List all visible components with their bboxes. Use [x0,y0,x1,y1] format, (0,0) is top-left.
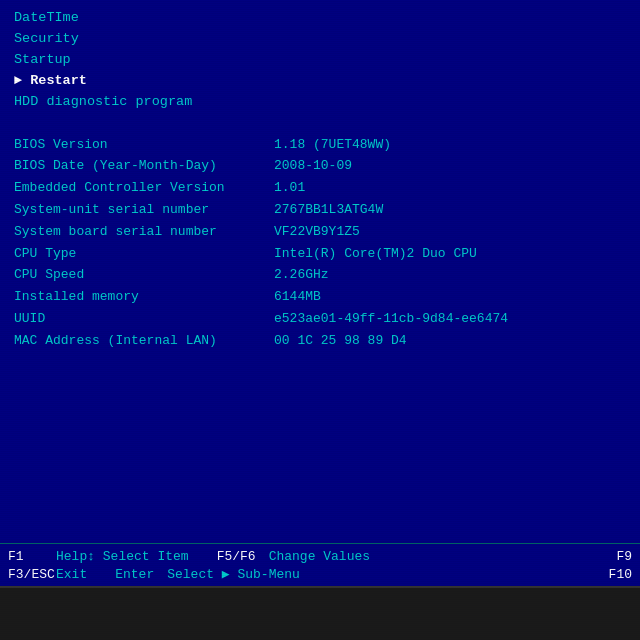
info-row-memory: Installed memory 6144MB [14,287,626,308]
info-row-uuid: UUID e523ae01-49ff-11cb-9d84-ee6474 [14,309,626,330]
menu-item-restart[interactable]: ► Restart [14,71,626,92]
desc-select: Select ▶ Sub-Menu [167,566,300,582]
info-row-bios-date: BIOS Date (Year-Month-Day) 2008-10-09 [14,156,626,177]
desc-change: Change Values [269,549,370,564]
menu-item-hdd[interactable]: HDD diagnostic program [14,92,626,113]
key-f9: F9 [616,549,632,564]
desc-help: Help↕ Select Item [56,549,189,564]
info-row-bios-version: BIOS Version 1.18 (7UET48WW) [14,135,626,156]
info-row-mac: MAC Address (Internal LAN) 00 1C 25 98 8… [14,331,626,352]
bios-screen: DateTIme Security Startup ► Restart HDD … [0,0,640,640]
key-f5f6: F5/F6 [217,549,269,564]
menu-section: DateTIme Security Startup ► Restart HDD … [14,8,626,113]
key-f10: F10 [609,567,632,582]
info-table: BIOS Version 1.18 (7UET48WW) BIOS Date (… [14,135,626,352]
divider [14,123,626,131]
menu-item-startup[interactable]: Startup [14,50,626,71]
bottom-bezel [0,586,640,640]
key-f3esc: F3/ESC [8,567,56,582]
info-row-system-serial: System-unit serial number 2767BB1L3ATG4W [14,200,626,221]
status-row-1: F1 Help↕ Select Item F5/F6 Change Values… [8,549,632,564]
info-row-ec-version: Embedded Controller Version 1.01 [14,178,626,199]
info-row-cpu-type: CPU Type Intel(R) Core(TM)2 Duo CPU [14,244,626,265]
key-f1: F1 [8,549,56,564]
menu-item-security[interactable]: Security [14,29,626,50]
status-row-2: F3/ESC Exit Enter Select ▶ Sub-Menu F10 [8,566,632,582]
main-content: DateTIme Security Startup ► Restart HDD … [0,0,640,543]
status-bar: F1 Help↕ Select Item F5/F6 Change Values… [0,543,640,586]
key-enter: Enter [115,567,167,582]
desc-exit: Exit [56,567,87,582]
menu-item-datetime[interactable]: DateTIme [14,8,626,29]
info-row-cpu-speed: CPU Speed 2.26GHz [14,265,626,286]
info-row-board-serial: System board serial number VF22VB9Y1Z5 [14,222,626,243]
